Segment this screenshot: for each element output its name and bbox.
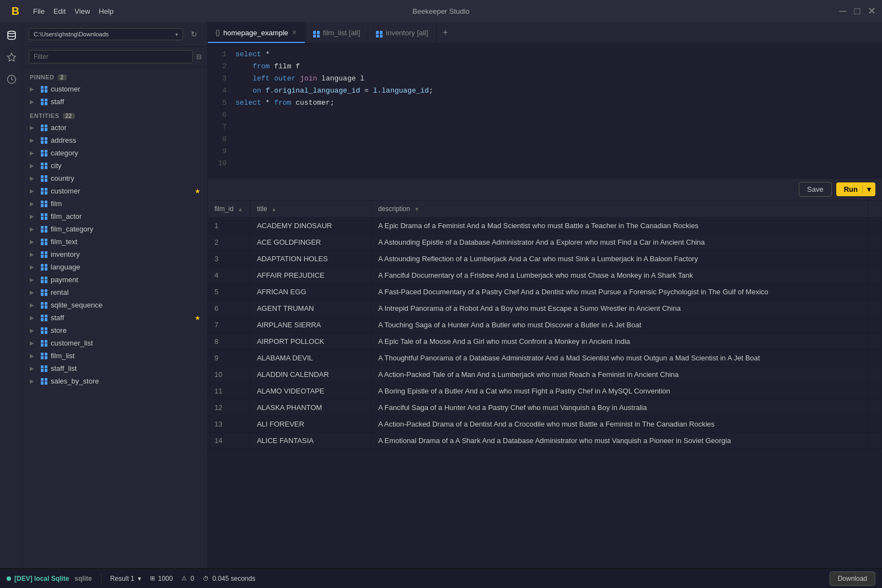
entity-language[interactable]: ▶ language — [23, 261, 207, 273]
col-header-title[interactable]: title ▲ — [250, 201, 371, 218]
nav-history-icon[interactable] — [3, 71, 20, 88]
close-button[interactable]: ✕ — [868, 7, 875, 15]
content-area: {} homepage_example ✕ film_list [all] in… — [208, 22, 882, 568]
col-header-film-id[interactable]: film_id ▲ — [208, 201, 250, 218]
menu-help[interactable]: Help — [99, 7, 114, 15]
download-button[interactable]: Download — [830, 571, 875, 586]
code-line-8: 8 — [208, 135, 882, 147]
table-body: 1 ACADEMY DINOSAUR A Epic Drama of a Fem… — [208, 218, 882, 449]
sidebar-toolbar: C:\Users\ghstng\Downloads ▾ ↻ — [23, 22, 207, 47]
pinned-item-customer[interactable]: ▶ customer ✕ — [23, 83, 207, 95]
table-row[interactable]: 6 AGENT TRUMAN A Intrepid Panorama of a … — [208, 300, 882, 317]
menu-view[interactable]: View — [74, 7, 90, 15]
entity-film-category[interactable]: ▶ film_category — [23, 223, 207, 235]
refresh-button[interactable]: ↻ — [186, 26, 202, 42]
col-header-description[interactable]: description ▼ — [371, 201, 868, 218]
entity-payment[interactable]: ▶ payment — [23, 273, 207, 286]
connection-name: [DEV] local Sqlite — [14, 575, 69, 582]
entity-film-text[interactable]: ▶ film_text — [23, 235, 207, 248]
cell-title: ALADDIN CALENDAR — [250, 366, 371, 383]
entity-staff-list[interactable]: ▶ staff_list — [23, 362, 207, 375]
connection-path[interactable]: C:\Users\ghstng\Downloads ▾ — [29, 28, 183, 40]
pinned-item-staff[interactable]: ▶ staff ✕ — [23, 95, 207, 108]
menu-file[interactable]: File — [33, 7, 45, 15]
result-tab-label: Result 1 — [110, 575, 135, 582]
cell-film-id: 11 — [208, 383, 250, 400]
table-row[interactable]: 14 ALICE FANTASIA A Emotional Drama of a… — [208, 433, 882, 449]
code-editor[interactable]: 1 select * 2 from film f 3 left outer jo… — [208, 44, 882, 179]
cell-film-id: 2 — [208, 234, 250, 251]
tab-film-list[interactable]: film_list [all] — [305, 22, 368, 43]
cell-title: ALABAMA DEVIL — [250, 350, 371, 366]
entity-film-list[interactable]: ▶ film_list — [23, 349, 207, 362]
table-row[interactable]: 5 AFRICAN EGG A Fast-Paced Documentary o… — [208, 284, 882, 300]
entity-film[interactable]: ▶ film — [23, 197, 207, 210]
cell-title: ACADEMY DINOSAUR — [250, 218, 371, 234]
entity-sales-by-store[interactable]: ▶ sales_by_store — [23, 375, 207, 387]
table-icon — [40, 340, 49, 347]
table-icon — [40, 86, 49, 93]
results-area[interactable]: film_id ▲ title ▲ description ▼ — [208, 201, 882, 568]
minimize-button[interactable]: ─ — [839, 7, 847, 15]
row-spacer — [868, 267, 882, 284]
entity-category[interactable]: ▶ category — [23, 147, 207, 159]
app-logo[interactable]: B — [7, 2, 24, 20]
entity-customer-list[interactable]: ▶ customer_list — [23, 337, 207, 349]
titlebar-menu: File Edit View Help — [33, 7, 114, 15]
sidebar-panel: C:\Users\ghstng\Downloads ▾ ↻ ⊟ PINNED 2… — [23, 22, 208, 568]
warning-icon: ⚠ — [181, 575, 187, 582]
table-row[interactable]: 9 ALABAMA DEVIL A Thoughtful Panorama of… — [208, 350, 882, 366]
entity-store[interactable]: ▶ store — [23, 324, 207, 337]
table-icon — [40, 365, 49, 372]
table-row[interactable]: 11 ALAMO VIDEOTAPE A Boring Epistle of a… — [208, 383, 882, 400]
tab-homepage-example[interactable]: {} homepage_example ✕ — [208, 22, 305, 43]
entity-customer[interactable]: ▶ customer ★ — [23, 185, 207, 197]
filter-input[interactable] — [29, 50, 193, 63]
table-row[interactable]: 3 ADAPTATION HOLES A Astounding Reflecti… — [208, 251, 882, 267]
cell-title: AIRPORT POLLOCK — [250, 333, 371, 350]
entity-rental[interactable]: ▶ rental — [23, 286, 207, 299]
table-row[interactable]: 4 AFFAIR PREJUDICE A Fanciful Documentar… — [208, 267, 882, 284]
table-icon — [40, 251, 49, 258]
close-tab-button[interactable]: ✕ — [292, 29, 297, 36]
app-title: Beekeeper Studio — [412, 7, 469, 15]
tab-inventory[interactable]: inventory [all] — [368, 22, 437, 43]
entity-staff[interactable]: ▶ staff ★ — [23, 311, 207, 324]
nav-database-icon[interactable] — [3, 26, 20, 44]
table-row[interactable]: 2 ACE GOLDFINGER A Astounding Epistle of… — [208, 234, 882, 251]
table-icon — [40, 188, 49, 195]
table-row[interactable]: 13 ALI FOREVER A Action-Packed Drama of … — [208, 416, 882, 433]
entity-sqlite-sequence[interactable]: ▶ sqlite_sequence — [23, 299, 207, 311]
filter-icon[interactable]: ⊟ — [196, 53, 202, 61]
run-button[interactable]: Run ▾ — [836, 182, 875, 196]
add-tab-button[interactable]: + — [437, 22, 454, 43]
elapsed-time-value: 0.045 seconds — [212, 575, 255, 582]
entity-address[interactable]: ▶ address — [23, 134, 207, 147]
table-row[interactable]: 1 ACADEMY DINOSAUR A Epic Drama of a Fem… — [208, 218, 882, 234]
entity-city[interactable]: ▶ city — [23, 159, 207, 172]
entity-inventory[interactable]: ▶ inventory — [23, 248, 207, 261]
row-spacer — [868, 383, 882, 400]
maximize-button[interactable]: □ — [853, 7, 861, 15]
table-row[interactable]: 7 AIRPLANE SIERRA A Touching Saga of a H… — [208, 317, 882, 333]
save-button[interactable]: Save — [799, 182, 832, 197]
entity-actor[interactable]: ▶ actor — [23, 121, 207, 134]
table-row[interactable]: 8 AIRPORT POLLOCK A Epic Tale of a Moose… — [208, 333, 882, 350]
chevron-icon: ▶ — [30, 163, 37, 169]
warning-count-value: 0 — [190, 575, 194, 582]
entity-country[interactable]: ▶ country — [23, 172, 207, 185]
entity-film-actor[interactable]: ▶ film_actor — [23, 210, 207, 223]
table-row[interactable]: 12 ALASKA PHANTOM A Fanciful Saga of a H… — [208, 400, 882, 416]
table-icon — [40, 201, 49, 207]
cell-description: A Epic Drama of a Feminist And a Mad Sci… — [371, 218, 868, 234]
row-spacer — [868, 366, 882, 383]
run-dropdown-arrow[interactable]: ▾ — [862, 185, 875, 193]
result-tab-selector[interactable]: Result 1 ▾ — [110, 575, 141, 582]
nav-favorites-icon[interactable] — [3, 48, 20, 66]
cell-film-id: 9 — [208, 350, 250, 366]
cell-description: A Emotional Drama of a A Shark And a Dat… — [371, 433, 868, 449]
row-spacer — [868, 416, 882, 433]
menu-edit[interactable]: Edit — [53, 7, 66, 15]
pinned-count-badge: 2 — [58, 74, 67, 80]
table-row[interactable]: 10 ALADDIN CALENDAR A Action-Packed Tale… — [208, 366, 882, 383]
